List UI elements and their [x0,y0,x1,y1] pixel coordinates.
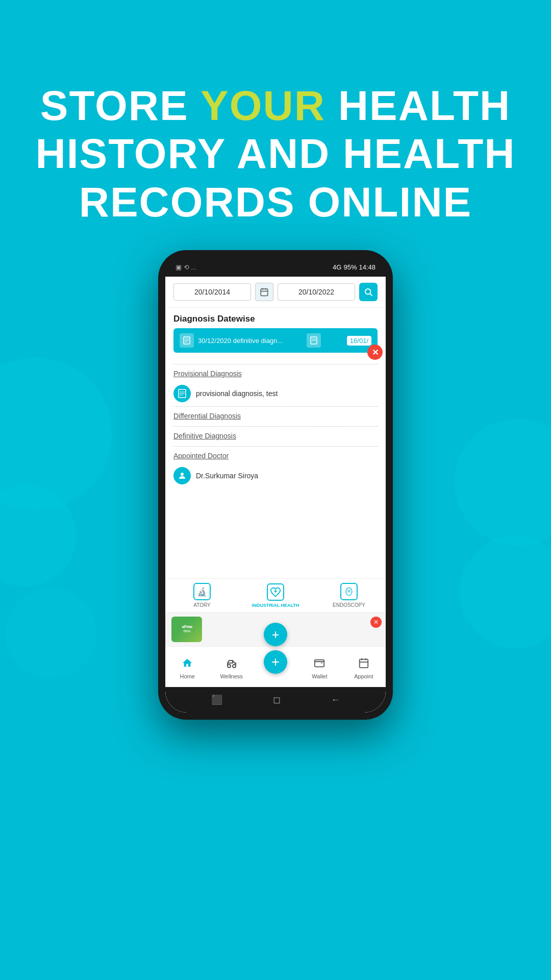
bottom-nav-bar: Home Wellness [165,646,386,687]
android-back-icon[interactable]: ⬛ [211,694,222,705]
definitive-diagnosis-title[interactable]: Definitive Diagnosis [165,427,386,443]
industrial-health-icon [267,583,284,601]
phone-frame: ▣ ⟲ ... 4G 95% 14:48 20/10/2014 [158,250,393,720]
wallet-icon [311,655,328,671]
hero-line3: RECORDS ONLINE [79,179,472,225]
svg-rect-22 [360,659,368,668]
banner-image: अग्निपथ सेमिनार [171,617,202,642]
android-nav-bar: ⬛ ◻ ← [165,687,386,713]
diagnosis-item-date: 16/01/ [347,336,371,346]
doc-icon-left [180,333,194,348]
hero-section: STORE YOUR HEALTH HISTORY AND HEALTH REC… [0,82,551,226]
phone-mockup: ▣ ⟲ ... 4G 95% 14:48 20/10/2014 [158,250,393,720]
tab-home[interactable]: Home [165,653,209,681]
tab-wallet-label: Wallet [312,673,327,679]
camera-notch [250,261,301,271]
tab-wellness[interactable]: Wellness [209,653,253,681]
appoint-icon [356,655,372,671]
hero-highlight: YOUR [201,82,325,129]
hero-line2: HISTORY AND HEALTH [35,130,515,177]
diagnosis-highlighted-item[interactable]: 30/12/2020 definitive diagn... 16/01/ ✕ [173,328,378,353]
wellness-icon [223,655,240,671]
from-date-input[interactable]: 20/10/2014 [173,283,251,301]
nav-tab-endoscopy[interactable]: ENDOSCOPY [312,579,386,612]
hero-line1: STORE YOUR HEALTH [40,82,511,129]
status-right: 4G 95% 14:48 [333,263,375,271]
close-diagnosis-button[interactable]: ✕ [367,345,383,360]
appointed-doctor-title[interactable]: Appointed Doctor [165,447,386,463]
nav-tab-laboratory[interactable]: 🔬 ATORY [165,579,239,612]
fab-add-button[interactable]: + [264,623,287,646]
diagnosis-section: Diagnosis Datewise [165,308,386,578]
endoscopy-label: ENDOSCOPY [333,602,365,608]
svg-point-4 [365,289,371,295]
doctor-avatar-icon [173,467,191,484]
android-recents-icon[interactable]: ← [331,695,340,705]
laboratory-label: ATORY [193,602,210,608]
category-nav-tabs: 🔬 ATORY INDUSTRIAL HEALTH [165,578,386,612]
svg-point-18 [346,588,352,596]
appointed-doctor-item: Dr.Surkumar Siroya [165,463,386,488]
battery-text: 95% [343,263,357,271]
tab-appoint-label: Appoint [354,673,373,679]
tab-wellness-label: Wellness [220,673,242,679]
to-date-input[interactable]: 20/10/2022 [278,283,355,301]
svg-point-17 [181,473,184,476]
differential-diagnosis-title[interactable]: Differential Diagnosis [165,407,386,423]
android-home-icon[interactable]: ◻ [273,694,281,705]
date-filter-bar: 20/10/2014 20/10/2022 [165,277,386,308]
tab-home-label: Home [180,673,195,679]
provisional-doc-icon [173,385,191,402]
calendar-icon[interactable] [255,283,273,301]
diagnosis-item-text: 30/12/2020 definitive diagn... [198,337,283,345]
signal-text: 4G [333,263,341,271]
laboratory-icon: 🔬 [193,583,211,600]
svg-rect-21 [315,659,324,667]
search-button[interactable] [359,283,378,301]
doc-icon-right [307,333,321,348]
add-center-button[interactable]: + [264,650,287,674]
tab-appoint[interactable]: Appoint [342,653,386,681]
doctor-name-text: Dr.Surkumar Siroya [196,472,258,480]
svg-rect-0 [261,289,268,296]
tab-add[interactable]: + [254,648,297,676]
nav-tab-industrial-health[interactable]: INDUSTRIAL HEALTH [239,579,312,612]
status-bar: ▣ ⟲ ... 4G 95% 14:48 [165,257,386,277]
industrial-health-label: INDUSTRIAL HEALTH [252,603,299,608]
provisional-diagnosis-text: provisional diagnosis, test [196,389,278,398]
phone-screen: 20/10/2014 20/10/2022 [165,277,386,713]
status-left-icons: ▣ ⟲ ... [176,263,196,271]
home-icon [179,655,195,671]
tab-wallet[interactable]: Wallet [297,653,341,681]
time-text: 14:48 [359,263,375,271]
endoscopy-icon [340,583,358,600]
app-content: 20/10/2014 20/10/2022 [165,277,386,713]
banner-close-button[interactable]: ✕ [370,617,382,628]
item-left: 30/12/2020 definitive diagn... [180,333,283,348]
provisional-diagnosis-title[interactable]: Provisional Diagnosis [165,364,386,381]
diagnosis-title: Diagnosis Datewise [165,308,386,328]
svg-line-5 [370,293,372,296]
banner-strip: अग्निपथ सेमिनार ✕ + [165,612,386,646]
provisional-diagnosis-item: provisional diagnosis, test [165,381,386,406]
